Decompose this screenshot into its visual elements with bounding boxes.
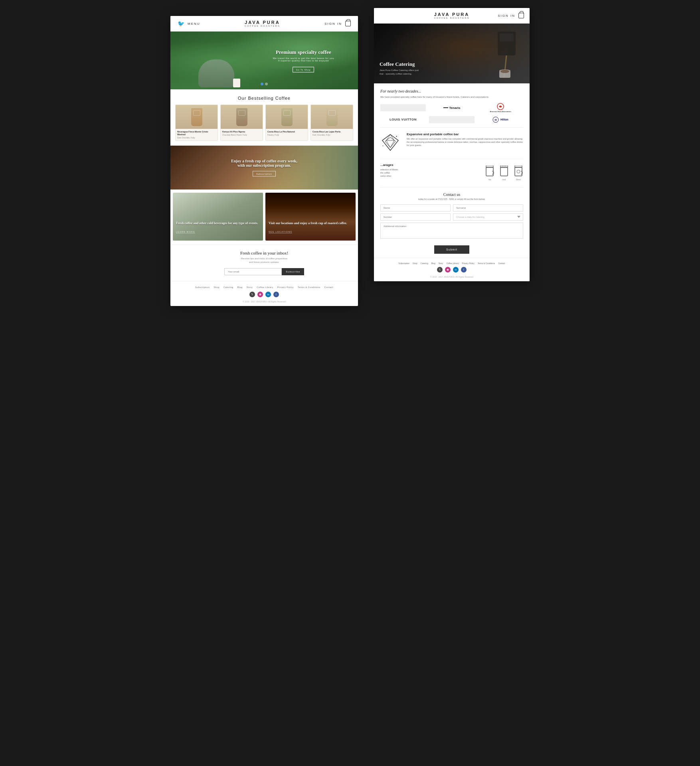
right-footer-link-coffee-library[interactable]: Coffee Library (446, 262, 459, 265)
hero-cta-button[interactable]: Go To Shop (293, 67, 314, 72)
service-icon-area: ✦ ✦ (380, 132, 404, 154)
left-footer-link-blog[interactable]: Blog (237, 286, 243, 288)
right-footer-nav: Subscription Shop Catering Blog Story Co… (378, 262, 526, 265)
subscription-cta-button[interactable]: Subscription (253, 171, 276, 177)
contact-form-name-row (380, 204, 523, 211)
right-linkedin-icon[interactable]: in (453, 267, 459, 272)
left-footer-link-terms[interactable]: Terms & Conditions (298, 286, 320, 288)
left-signin-link[interactable]: SIGN IN (324, 22, 342, 26)
product-card-3[interactable]: Costa Rica La Pira Natural Flowery, Frui… (265, 105, 308, 141)
hero-dot-2[interactable] (265, 83, 268, 85)
coffee-pour-icon (490, 28, 522, 79)
hero-dots (261, 83, 268, 85)
email-input[interactable] (224, 268, 282, 275)
right-footer-social: 𝕏 ◉ in f (378, 267, 526, 272)
left-footer-nav: Subscription Shop Catering Blog Story Co… (174, 286, 354, 288)
contact-section: Contact us today for a quote at (713) 52… (380, 188, 523, 258)
see-locations-link[interactable]: SEE LOCATIONS (269, 231, 292, 233)
product-card-2[interactable]: Kenya AA Plus Ngovu Chocolate Blend, Pea… (220, 105, 263, 141)
left-footer-link-story[interactable]: Story (247, 286, 253, 288)
right-footer-link-shop[interactable]: Shop (413, 262, 417, 265)
left-linkedin-icon[interactable]: in (265, 292, 271, 297)
decades-section: For nearly two decades... We have provid… (380, 83, 523, 128)
left-nav: 🐦 MENU JAVA PURA COFFEE ROASTERS SIGN IN (170, 16, 358, 32)
left-footer-link-coffee-library[interactable]: Coffee Library (257, 286, 273, 288)
cup-icon-2 (499, 166, 509, 178)
beverages-row: ...arages selection of Moninthe coffeeso… (380, 163, 523, 183)
learn-more-link[interactable]: LEARN MORE (176, 231, 195, 233)
right-copyright: © 2015 - 2017 JAVA PURA • All Rights Res… (378, 276, 526, 278)
subscribe-button[interactable]: Subscribe (282, 268, 304, 275)
left-footer-link-catering[interactable]: Catering (223, 286, 233, 288)
service-section: ✦ ✦ Expansive and portable coffee bar We… (380, 128, 523, 159)
product-img-4 (311, 105, 353, 129)
contact-number-input[interactable] (380, 213, 451, 221)
left-twitter-icon[interactable]: 𝕏 (249, 292, 255, 297)
right-brand-logo: JAVA PURA COFFEE ROASTERS (428, 12, 476, 19)
contact-date-select[interactable]: Choose a date for catering (453, 213, 523, 221)
left-instagram-icon[interactable]: ◉ (257, 292, 263, 297)
contact-info-textarea[interactable] (380, 223, 523, 239)
svg-rect-22 (515, 167, 522, 176)
catering-hero-text: Coffee Catering Java Pura Coffee Caterin… (380, 61, 419, 75)
diamond-service-icon: ✦ ✦ (380, 132, 400, 152)
right-footer: Subscription Shop Catering Blog Story Co… (374, 258, 530, 281)
left-footer-link-contact[interactable]: Contact (324, 286, 333, 288)
bird-icon: 🐦 (178, 20, 185, 27)
right-signin-link[interactable]: SIGN IN (498, 14, 515, 18)
right-footer-link-blog[interactable]: Blog (431, 262, 435, 265)
left-footer-link-privacy[interactable]: Privacy Policy (277, 286, 294, 288)
svg-text:H: H (495, 118, 497, 121)
brand-partial-center (429, 116, 475, 123)
contact-surname-input[interactable] (453, 204, 523, 211)
brand-aha: American Heart Association (478, 103, 523, 113)
right-twitter-icon[interactable]: 𝕏 (437, 267, 443, 272)
right-footer-link-privacy[interactable]: Privacy Policy (462, 262, 475, 265)
right-nav: JAVA PURA COFFEE ROASTERS SIGN IN (374, 8, 530, 24)
col-panel-right[interactable]: Visit our locations and enjoy a fresh cu… (265, 193, 356, 241)
product-img-1 (176, 105, 218, 129)
col-panel-left[interactable]: Fresh coffee and other cold beverages fo… (173, 193, 263, 241)
left-footer-link-shop[interactable]: Shop (214, 286, 219, 288)
left-cart-icon[interactable] (345, 21, 351, 26)
left-page: 🐦 MENU JAVA PURA COFFEE ROASTERS SIGN IN… (170, 16, 358, 306)
right-footer-link-story[interactable]: Story (439, 262, 443, 265)
svg-text:✦: ✦ (382, 145, 384, 147)
product-card-1[interactable]: Nicaragua Finca Monte Cristo Washed Dark… (175, 105, 218, 141)
col-panel-left-text: Fresh coffee and other cold beverages fo… (176, 221, 260, 234)
brands-grid: Tenaris American Heart Association LOUIS… (380, 103, 523, 123)
cup-2-wrap: Iced (499, 166, 509, 181)
product-card-4[interactable]: Costa Rica Las Lajas Perla Dark Chocolat… (310, 105, 353, 141)
right-instagram-icon[interactable]: ◉ (445, 267, 451, 272)
menu-button[interactable]: 🐦 MENU (178, 20, 200, 27)
sub-banner-text: Enjoy a fresh cup of coffee every week,w… (224, 159, 304, 177)
right-facebook-icon[interactable]: f (461, 267, 467, 272)
svg-line-12 (390, 134, 394, 140)
right-page: JAVA PURA COFFEE ROASTERS SIGN IN (374, 8, 530, 281)
left-footer-link-subscription[interactable]: Subscription (195, 286, 210, 288)
hero-dot-1[interactable] (261, 83, 263, 85)
right-cart-icon[interactable] (518, 13, 524, 18)
beverages-text-col: ...arages selection of Moninthe coffeeso… (380, 163, 481, 181)
cup-1-wrap: Hot (485, 166, 494, 181)
left-facebook-icon[interactable]: f (273, 292, 279, 297)
right-footer-link-catering[interactable]: Catering (421, 262, 428, 265)
hero-person (198, 59, 234, 87)
col-panel-right-text: Visit our locations and enjoy a fresh cu… (269, 221, 352, 234)
beverages-section: ...arages selection of Moninthe coffeeso… (380, 159, 523, 188)
hero-text: Premium specialty coffee We travel the w… (273, 49, 334, 72)
left-copyright: © 2015 - 2017 JAVA PURA • All Rights Res… (174, 300, 354, 303)
catering-hero: Coffee Catering Java Pura Coffee Caterin… (374, 24, 530, 83)
svg-rect-15 (486, 167, 493, 176)
left-brand-logo: JAVA PURA COFFEE ROASTERS (200, 20, 325, 27)
contact-submit-button[interactable]: Submit (434, 245, 469, 254)
right-footer-link-terms[interactable]: Terms & Conditions (478, 262, 495, 265)
contact-name-input[interactable] (380, 204, 451, 211)
product-info-2: Kenya AA Plus Ngovu Chocolate Blend, Pea… (221, 129, 263, 138)
subscription-banner: Enjoy a fresh cup of coffee every week,w… (170, 146, 358, 190)
right-footer-link-contact[interactable]: Contact (498, 262, 505, 265)
email-form: Subscribe (224, 268, 304, 275)
brand-hilton: H Hilton (478, 116, 523, 123)
two-col-section: Fresh coffee and other cold beverages fo… (170, 193, 358, 245)
right-footer-link-subscription[interactable]: Subscription (399, 262, 410, 265)
